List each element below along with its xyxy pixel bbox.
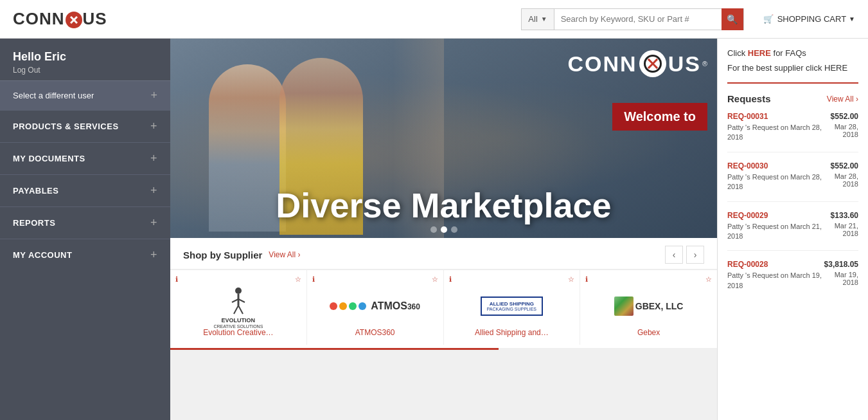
cart-label: SHOPPING CART: [777, 14, 846, 24]
request-item-0: REQ-00031 $552.00 Patty 's Request on Ma…: [727, 112, 858, 152]
header: CONNUS All ▼ 🔍 🛒 SHOPPING CART ▼: [0, 0, 868, 39]
request-date-3: Mar 19, 2018: [823, 271, 858, 286]
logo: CONNUS: [13, 9, 107, 29]
shop-nav-area: ‹ ›: [662, 246, 704, 264]
shop-bottom-border: [170, 348, 717, 350]
sidebar-logout-link[interactable]: Log Out: [13, 66, 40, 75]
supplier-name-gebex: Gebex: [585, 325, 712, 340]
faq-here-link[interactable]: HERE: [748, 48, 771, 58]
request-amount-0: $552.00: [831, 112, 858, 121]
request-id-3[interactable]: REQ-00028: [727, 260, 768, 269]
sidebar-item-payables[interactable]: PAYABLES +: [0, 174, 170, 206]
sidebar-item-products[interactable]: PRODUCTS & SERVICES +: [0, 110, 170, 142]
request-id-2[interactable]: REQ-00029: [727, 211, 768, 220]
sidebar-select-user[interactable]: Select a different user +: [0, 80, 170, 110]
request-amount-1: $552.00: [831, 161, 858, 170]
search-category-dropdown[interactable]: All ▼: [521, 8, 553, 30]
shop-title: Shop by Supplier: [183, 250, 262, 260]
hero-welcome-text: Welcome to: [624, 109, 696, 123]
sidebar-item-reports-label: REPORTS: [13, 218, 55, 228]
dot2: [441, 226, 447, 233]
supplier-logo-atmos: ATMOS360: [312, 287, 438, 325]
shopping-cart[interactable]: 🛒 SHOPPING CART ▼: [763, 14, 855, 24]
request-id-0[interactable]: REQ-00031: [727, 112, 768, 121]
star-icon[interactable]: ☆: [568, 275, 574, 284]
request-desc-1: Patty 's Request on March 28, 2018: [727, 172, 823, 192]
sidebar-hello: Hello Eric: [13, 50, 157, 64]
request-amount-2: $133.60: [831, 211, 858, 220]
supplier-card-allied[interactable]: ℹ ☆ ALLIED SHIPPING PACKAGING SUPPLIES A…: [444, 270, 581, 345]
request-item-1: REQ-00030 $552.00 Patty 's Request on Ma…: [727, 161, 858, 202]
supplier-name-atmos: ATMOS360: [312, 325, 438, 340]
plus-icon: +: [150, 152, 157, 165]
hero-dots: [430, 226, 457, 233]
supplier-here-link[interactable]: HERE: [824, 63, 847, 73]
request-id-1[interactable]: REQ-00030: [727, 161, 768, 170]
supplier-card-atmos[interactable]: ℹ ☆ ATMOS360 ATMOS360: [307, 270, 444, 345]
request-desc-3: Patty 's Request on March 19, 2018: [727, 271, 823, 291]
faq-text: Click HERE for FAQs: [727, 48, 858, 58]
star-icon[interactable]: ☆: [705, 275, 712, 284]
logo-text: CONNUS: [13, 9, 107, 29]
sidebar-item-documents[interactable]: MY DOCUMENTS +: [0, 142, 170, 174]
plus-icon: +: [150, 248, 157, 262]
right-panel-divider: [727, 82, 858, 84]
info-icon[interactable]: ℹ: [449, 275, 452, 284]
supplier-card-top: ℹ ☆: [312, 275, 438, 284]
supplier-card-top: ℹ ☆: [585, 275, 712, 284]
star-icon[interactable]: ☆: [295, 275, 301, 284]
request-desc-2: Patty 's Request on March 21, 2018: [727, 222, 823, 242]
info-icon[interactable]: ℹ: [585, 275, 588, 284]
cart-icon: 🛒: [763, 14, 774, 24]
request-amount-3: $3,818.05: [824, 260, 858, 269]
star-icon[interactable]: ☆: [432, 275, 438, 284]
hero-logo-conn: CONN: [568, 51, 637, 77]
svg-line-4: [234, 306, 238, 314]
request-top: REQ-00028 $3,818.05: [727, 260, 858, 269]
cart-chevron-icon: ▼: [849, 15, 855, 23]
dot3: [451, 226, 457, 233]
request-top: REQ-00029 $133.60: [727, 211, 858, 220]
sidebar-item-reports[interactable]: REPORTS +: [0, 206, 170, 239]
search-category-label: All: [528, 14, 537, 24]
info-icon[interactable]: ℹ: [175, 275, 178, 284]
request-desc-0: Patty 's Request on March 28, 2018: [727, 123, 823, 143]
hero-welcome-box: Welcome to: [612, 103, 707, 131]
shop-title-area: Shop by Supplier View All ›: [183, 250, 300, 260]
sidebar: Hello Eric Log Out Select a different us…: [0, 39, 170, 420]
request-top: REQ-00031 $552.00: [727, 112, 858, 121]
hero-logo-us: US: [668, 51, 701, 77]
hero-logo: CONN US ®: [568, 50, 707, 77]
supplier-card-gebex[interactable]: ℹ ☆ GBEX, LLC Gebex: [580, 270, 717, 345]
supplier-card-evolution[interactable]: ℹ ☆ EVO: [170, 270, 307, 345]
supplier-name-allied: Allied Shipping and…: [449, 325, 575, 340]
sidebar-item-account[interactable]: MY ACCOUNT +: [0, 239, 170, 271]
requests-header: Requests View All ›: [727, 93, 858, 104]
requests-view-all-link[interactable]: View All ›: [827, 95, 858, 104]
request-top: REQ-00030 $552.00: [727, 161, 858, 170]
svg-line-5: [238, 306, 243, 314]
requests-title: Requests: [727, 93, 771, 104]
shop-prev-button[interactable]: ‹: [665, 246, 683, 264]
shop-section: Shop by Supplier View All › ‹ › ℹ ☆: [170, 238, 717, 350]
supplier-name-evolution: Evolution Creative…: [175, 325, 301, 340]
search-input-wrap: 🔍: [554, 8, 744, 30]
svg-point-0: [235, 288, 242, 294]
plus-icon: +: [150, 120, 157, 133]
request-date-0: Mar 28, 2018: [823, 123, 858, 138]
supplier-grid: ℹ ☆ EVO: [170, 269, 717, 345]
hero-banner: CONN US ® Welcome to Diverse Marketplace: [170, 39, 717, 238]
info-icon[interactable]: ℹ: [312, 275, 315, 284]
supplier-logo-evolution: EVOLUTIONCREATIVE SOLUTIONS: [175, 287, 301, 325]
sidebar-item-account-label: MY ACCOUNT: [13, 250, 72, 260]
shop-header: Shop by Supplier View All › ‹ ›: [170, 238, 717, 269]
search-button[interactable]: 🔍: [722, 8, 743, 30]
shop-view-all-link[interactable]: View All ›: [269, 250, 300, 259]
supplier-prefix: For the best supplier click: [727, 63, 824, 73]
supplier-card-top: ℹ ☆: [449, 275, 575, 284]
shop-next-button[interactable]: ›: [686, 246, 704, 264]
supplier-text: For the best supplier click HERE: [727, 63, 858, 73]
search-input[interactable]: [554, 9, 722, 30]
plus-icon: +: [150, 216, 157, 230]
sidebar-item-documents-label: MY DOCUMENTS: [13, 154, 85, 163]
